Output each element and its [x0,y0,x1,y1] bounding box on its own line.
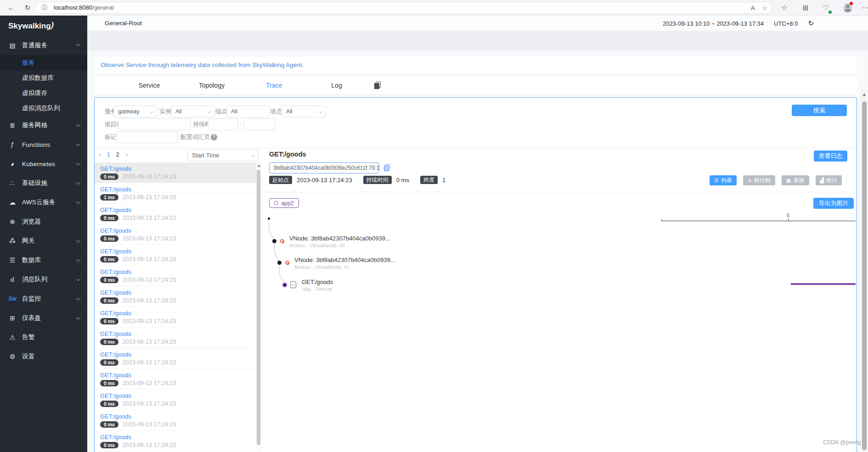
page-scrollbar[interactable] [861,89,868,452]
sidebar-item[interactable]: 服务 [0,55,87,70]
view-mode-button[interactable]: ☰ 列表 [710,175,737,185]
trace-item-title[interactable]: GET:/goods [100,227,256,234]
next-page-icon[interactable]: › [123,151,130,158]
sidebar-item[interactable]: ▤ 普通服务 [0,36,87,55]
favorite-add-icon[interactable]: ☆ [762,5,767,11]
service-legend-chip[interactable]: app2 [269,198,299,208]
sidebar-item[interactable]: ∴ 基础设施 [0,173,87,193]
sidebar-item[interactable]: ◕ Kubernetes [0,154,87,173]
collections-icon[interactable]: ⊞ [800,0,811,16]
duration-max-input[interactable] [243,118,276,130]
browser-menu-icon[interactable]: ⋯ [860,0,868,16]
trace-item-title[interactable]: GET:/goods [100,206,256,213]
span-duration-bar[interactable] [791,283,856,285]
sidebar-item[interactable]: ⊞ 仪表盘 [0,308,87,328]
trace-list-item[interactable]: GET:/goods 0 ms 2023-09-13 17:24:23 [95,410,256,431]
copy-icon[interactable] [384,164,390,171]
tag-input[interactable] [116,131,178,143]
sidebar-item[interactable]: ☌ 消息队列 [0,270,87,289]
favorites-icon[interactable]: ☆ [779,0,790,16]
trace-list-item[interactable]: GET:/goods 0 ms 2023-09-13 17:24:23 [95,286,256,307]
trace-list-item[interactable]: GET:/goods 0 ms 2023-09-13 17:24:23 [95,204,256,224]
status-select[interactable]: All [282,106,326,117]
trace-list-item[interactable]: GET:/goods 0 ms 2023-09-13 17:24:23 [95,328,256,348]
trace-item-title[interactable]: GET:/goods [100,413,256,420]
span-title[interactable]: VNode: 3bf8ab42307b404ca0b0939... [294,257,395,263]
sidebar-item[interactable]: 虚拟数据库 [0,70,87,85]
trace-item-title[interactable]: GET:/goods [100,165,256,172]
sidebar-item[interactable]: 虚拟消息队列 [0,100,87,116]
view-log-button[interactable]: 查看日志 [814,151,847,162]
span-title[interactable]: GET:/goods [302,279,333,285]
trace-list-item[interactable]: GET:/goods 0 ms 2023-09-13 17:24:23 [95,266,256,286]
span-title[interactable]: VNode: 3bf8ab42307b404ca0b0939... [289,235,390,242]
trace-id-select[interactable]: 3bf8ab42307b404ca0b0939e250c611f.79.1694… [269,162,379,173]
tab[interactable]: Trace [243,82,305,89]
read-aloud-icon[interactable]: A [751,5,755,11]
scroll-up-icon[interactable] [862,93,866,96]
tab[interactable]: Log [305,82,368,89]
sidebar-item[interactable]: 虚拟缓存 [0,85,87,100]
tab[interactable]: Service [118,82,180,89]
scroll-thumb[interactable] [862,101,867,450]
trace-list-item[interactable]: GET:/goods 0 ms 2023-09-13 17:24:23 [95,431,256,452]
back-icon[interactable]: ← [6,0,17,16]
scroll-thumb[interactable] [257,170,260,445]
trace-list-item[interactable]: GET:/goods 0 ms 2023-09-13 17:24:23 [95,369,256,390]
trace-item-title[interactable]: GET:/goods [100,434,256,441]
trace-list-item[interactable]: GET:/goods 0 ms 2023-09-13 17:24:23 [95,245,256,266]
sidebar-item[interactable]: ⊕ 浏览器 [0,212,87,231]
page-2[interactable]: 2 [114,151,121,158]
trace-item-title[interactable]: GET:/goods [100,392,256,399]
trace-item-title[interactable]: GET:/goods [100,310,256,317]
tab[interactable]: Topology [180,82,243,89]
search-button[interactable]: 搜索 [792,105,847,116]
sidebar-item[interactable]: ⚙ 设置 [0,347,87,366]
view-mode-button[interactable]: ⋔ 树结构 [743,175,775,185]
sidebar-item[interactable]: ≣ 服务网格 [0,116,87,135]
config-vocab-link[interactable]: 配置词汇页 [180,131,210,143]
timezone[interactable]: UTC+8:0 [774,20,798,27]
trace-item-title[interactable]: GET:/goods [100,268,256,275]
sidebar-item[interactable]: ⚠ 告警 [0,328,87,347]
trace-list-item[interactable]: GET:/goods 1 ms 2023-09-13 17:24:23 [95,183,256,204]
prev-page-icon[interactable]: ‹ [96,151,104,158]
trace-item-title[interactable]: GET:/goods [100,372,256,379]
span-subtitle: Broken - VirtualNode: #0 [289,243,344,248]
trace-list-item[interactable]: GET:/goods 0 ms 2023-09-13 17:24:23 [95,162,256,183]
sidebar-item[interactable]: ⁂ 网关 [0,231,87,251]
address-bar[interactable]: ⓘ localhost:8080/general A ☆ [35,2,772,14]
service-select[interactable]: gateway [113,106,157,117]
span-subtitle: Http - Tomcat [302,286,332,292]
trace-item-time: 2023-09-13 17:24:23 [123,421,176,428]
time-range[interactable]: 2023-09-13 10:10 ~ 2023-09-13 17:34 [663,20,764,27]
sidebar-item[interactable]: ƒ Functions [0,135,87,154]
sidebar-item[interactable]: ☁ AWS云服务 [0,193,87,212]
page-1[interactable]: 1 [105,151,112,158]
trace-list-item[interactable]: GET:/goods 0 ms 2023-09-13 17:24:23 [95,348,256,369]
help-icon[interactable]: ? [211,134,217,140]
trace-item-title[interactable]: GET:/goods [100,289,256,296]
instance-select[interactable]: All [171,106,215,117]
refresh-icon[interactable]: ↻ [22,0,33,16]
export-image-button[interactable]: 导出为图片 [813,198,854,209]
trace-item-title[interactable]: GET:/goods [100,351,256,358]
trace-item-title[interactable]: GET:/goods [100,248,256,255]
sidebar-item[interactable]: ☰ 数据库 [0,251,87,270]
trace-list-item[interactable]: GET:/goods 0 ms 2023-09-13 17:24:23 [95,224,256,245]
trace-id-input[interactable] [118,118,191,130]
view-mode-button[interactable]: ▟ 统计 [816,175,842,185]
site-info-icon[interactable]: ⓘ [41,2,47,13]
view-mode-button[interactable]: ▦ 表格 [782,175,809,185]
duplicate-pages-icon[interactable] [374,82,380,89]
trace-list-item[interactable]: GET:/goods 0 ms 2023-09-13 17:24:23 [95,390,256,410]
sort-select[interactable]: Start Time [187,150,259,161]
sidebar-item[interactable]: Sw 自监控 [0,289,87,308]
reload-data-icon[interactable]: ↻ [808,19,814,28]
duration-min-input[interactable] [208,118,238,130]
trace-item-title[interactable]: GET:/goods [100,330,256,337]
trace-list-item[interactable]: GET:/goods 0 ms 2023-09-13 17:24:23 [95,307,256,328]
list-scrollbar[interactable] [256,162,261,452]
endpoint-input[interactable]: All [226,106,270,117]
scroll-up-icon[interactable] [257,164,261,167]
